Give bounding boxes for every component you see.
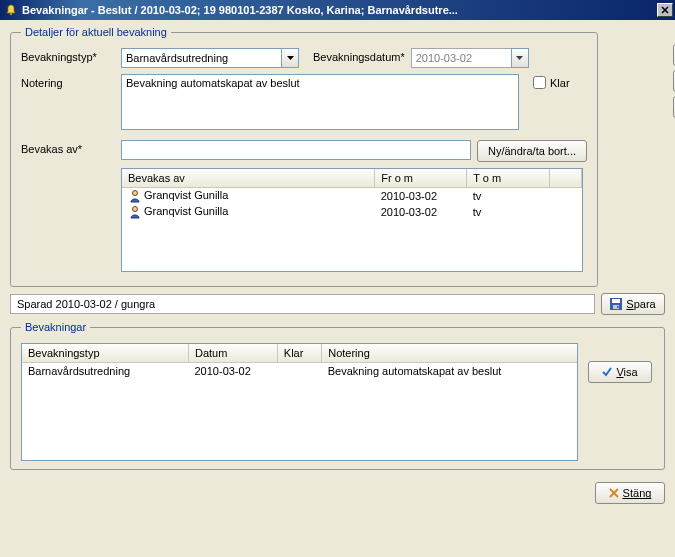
date-dropdown-button[interactable] [511, 48, 529, 68]
svg-point-2 [133, 206, 138, 211]
chevron-down-icon [516, 56, 523, 60]
svg-point-1 [133, 190, 138, 195]
check-icon [602, 367, 612, 377]
col-spacer [549, 169, 581, 187]
window-title: Bevakningar - Beslut / 2010-03-02; 19 98… [22, 4, 657, 16]
window: Bevakningar - Beslut / 2010-03-02; 19 98… [0, 0, 675, 557]
status-text: Sparad 2010-03-02 / gungra [10, 294, 595, 314]
ny-andra-button[interactable]: Ny/ändra/ta bort... [477, 140, 587, 162]
person-icon [128, 205, 142, 219]
note-textarea[interactable] [121, 74, 519, 130]
details-legend: Detaljer för aktuell bevakning [21, 26, 171, 38]
col-note[interactable]: Notering [322, 344, 577, 362]
bevakningar-list[interactable]: Bevakningstyp Datum Klar Notering Barnav… [21, 343, 578, 461]
col-tom[interactable]: T o m [467, 169, 550, 187]
bevakningar-group: Bevakningar Bevakningstyp Datum Klar Not… [10, 321, 665, 470]
watched-input[interactable] [121, 140, 471, 160]
svg-rect-6 [612, 299, 620, 303]
col-type[interactable]: Bevakningstyp [22, 344, 189, 362]
window-close-button[interactable] [657, 3, 673, 17]
col-date[interactable]: Datum [189, 344, 278, 362]
note-label: Notering [21, 74, 115, 89]
bevakningar-legend: Bevakningar [21, 321, 90, 333]
klar-checkbox[interactable] [533, 76, 546, 89]
table-row[interactable]: Granqvist Gunilla2010-03-02tv [122, 204, 582, 220]
spara-button[interactable]: Spara [601, 293, 665, 315]
titlebar: Bevakningar - Beslut / 2010-03-02; 19 98… [0, 0, 675, 20]
bell-icon [4, 3, 18, 17]
save-icon [610, 298, 622, 310]
type-label: Bevakningstyp* [21, 48, 115, 63]
chevron-down-icon [287, 56, 294, 60]
details-group: Detaljer för aktuell bevakning Bevakning… [10, 26, 598, 287]
svg-point-0 [10, 13, 12, 15]
person-icon [128, 189, 142, 203]
type-input[interactable] [121, 48, 281, 68]
type-combo[interactable] [121, 48, 299, 68]
date-label: Bevakningsdatum* [305, 48, 405, 63]
col-klar[interactable]: Klar [277, 344, 321, 362]
svg-rect-8 [617, 306, 619, 308]
col-from[interactable]: Fr o m [375, 169, 467, 187]
client-area: Detaljer för aktuell bevakning Bevakning… [0, 20, 675, 514]
visa-button[interactable]: Visa [588, 361, 652, 383]
stang-button[interactable]: Stäng [595, 482, 665, 504]
watched-label: Bevakas av* [21, 140, 115, 155]
cancel-icon [609, 488, 619, 498]
date-input[interactable] [411, 48, 511, 68]
type-dropdown-button[interactable] [281, 48, 299, 68]
close-icon [661, 6, 669, 14]
klar-label: Klar [550, 77, 570, 89]
table-row[interactable]: Barnavårdsutredning2010-03-02Bevakning a… [22, 362, 577, 379]
watchers-list[interactable]: Bevakas av Fr o m T o m Granqvist Gunill… [121, 168, 583, 272]
date-combo[interactable] [411, 48, 529, 68]
table-row[interactable]: Granqvist Gunilla2010-03-02tv [122, 187, 582, 204]
col-bevakas-av[interactable]: Bevakas av [122, 169, 375, 187]
